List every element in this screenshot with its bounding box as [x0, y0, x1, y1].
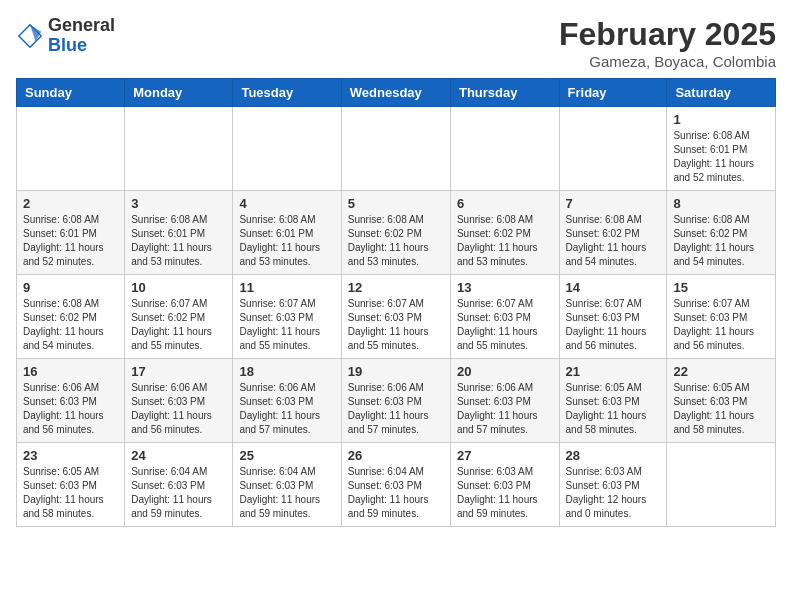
calendar-cell — [559, 107, 667, 191]
day-number: 17 — [131, 364, 226, 379]
day-number: 3 — [131, 196, 226, 211]
day-number: 23 — [23, 448, 118, 463]
day-number: 11 — [239, 280, 334, 295]
day-number: 25 — [239, 448, 334, 463]
calendar-cell: 22Sunrise: 6:05 AM Sunset: 6:03 PM Dayli… — [667, 359, 776, 443]
day-number: 6 — [457, 196, 553, 211]
calendar-cell: 23Sunrise: 6:05 AM Sunset: 6:03 PM Dayli… — [17, 443, 125, 527]
day-info: Sunrise: 6:08 AM Sunset: 6:02 PM Dayligh… — [673, 213, 769, 269]
calendar-cell: 9Sunrise: 6:08 AM Sunset: 6:02 PM Daylig… — [17, 275, 125, 359]
day-number: 13 — [457, 280, 553, 295]
day-info: Sunrise: 6:04 AM Sunset: 6:03 PM Dayligh… — [348, 465, 444, 521]
day-info: Sunrise: 6:06 AM Sunset: 6:03 PM Dayligh… — [131, 381, 226, 437]
day-number: 28 — [566, 448, 661, 463]
day-number: 4 — [239, 196, 334, 211]
calendar-cell: 19Sunrise: 6:06 AM Sunset: 6:03 PM Dayli… — [341, 359, 450, 443]
day-info: Sunrise: 6:05 AM Sunset: 6:03 PM Dayligh… — [23, 465, 118, 521]
day-number: 7 — [566, 196, 661, 211]
day-number: 19 — [348, 364, 444, 379]
logo-blue: Blue — [48, 35, 87, 55]
day-info: Sunrise: 6:03 AM Sunset: 6:03 PM Dayligh… — [457, 465, 553, 521]
day-info: Sunrise: 6:05 AM Sunset: 6:03 PM Dayligh… — [673, 381, 769, 437]
day-info: Sunrise: 6:08 AM Sunset: 6:02 PM Dayligh… — [457, 213, 553, 269]
calendar-cell: 21Sunrise: 6:05 AM Sunset: 6:03 PM Dayli… — [559, 359, 667, 443]
day-info: Sunrise: 6:07 AM Sunset: 6:03 PM Dayligh… — [673, 297, 769, 353]
weekday-header: Tuesday — [233, 79, 341, 107]
calendar-cell: 10Sunrise: 6:07 AM Sunset: 6:02 PM Dayli… — [125, 275, 233, 359]
day-number: 8 — [673, 196, 769, 211]
calendar-week-row: 23Sunrise: 6:05 AM Sunset: 6:03 PM Dayli… — [17, 443, 776, 527]
day-number: 14 — [566, 280, 661, 295]
weekday-header: Thursday — [450, 79, 559, 107]
calendar-week-row: 16Sunrise: 6:06 AM Sunset: 6:03 PM Dayli… — [17, 359, 776, 443]
svg-marker-1 — [30, 25, 41, 42]
month-year: February 2025 — [559, 16, 776, 53]
day-number: 5 — [348, 196, 444, 211]
day-number: 20 — [457, 364, 553, 379]
day-number: 18 — [239, 364, 334, 379]
day-info: Sunrise: 6:06 AM Sunset: 6:03 PM Dayligh… — [457, 381, 553, 437]
calendar-cell: 12Sunrise: 6:07 AM Sunset: 6:03 PM Dayli… — [341, 275, 450, 359]
calendar-cell: 15Sunrise: 6:07 AM Sunset: 6:03 PM Dayli… — [667, 275, 776, 359]
day-info: Sunrise: 6:07 AM Sunset: 6:03 PM Dayligh… — [457, 297, 553, 353]
day-info: Sunrise: 6:07 AM Sunset: 6:03 PM Dayligh… — [348, 297, 444, 353]
day-number: 16 — [23, 364, 118, 379]
day-info: Sunrise: 6:04 AM Sunset: 6:03 PM Dayligh… — [239, 465, 334, 521]
calendar-cell — [125, 107, 233, 191]
calendar-cell: 16Sunrise: 6:06 AM Sunset: 6:03 PM Dayli… — [17, 359, 125, 443]
page-header: General Blue February 2025 Gameza, Boyac… — [16, 16, 776, 70]
day-info: Sunrise: 6:07 AM Sunset: 6:02 PM Dayligh… — [131, 297, 226, 353]
weekday-header: Sunday — [17, 79, 125, 107]
calendar-cell: 26Sunrise: 6:04 AM Sunset: 6:03 PM Dayli… — [341, 443, 450, 527]
weekday-header: Saturday — [667, 79, 776, 107]
calendar-cell: 13Sunrise: 6:07 AM Sunset: 6:03 PM Dayli… — [450, 275, 559, 359]
calendar-week-row: 1Sunrise: 6:08 AM Sunset: 6:01 PM Daylig… — [17, 107, 776, 191]
calendar-cell: 1Sunrise: 6:08 AM Sunset: 6:01 PM Daylig… — [667, 107, 776, 191]
calendar-cell — [667, 443, 776, 527]
day-info: Sunrise: 6:08 AM Sunset: 6:01 PM Dayligh… — [131, 213, 226, 269]
day-number: 21 — [566, 364, 661, 379]
day-number: 27 — [457, 448, 553, 463]
day-number: 9 — [23, 280, 118, 295]
day-number: 2 — [23, 196, 118, 211]
day-info: Sunrise: 6:08 AM Sunset: 6:02 PM Dayligh… — [566, 213, 661, 269]
day-number: 22 — [673, 364, 769, 379]
weekday-header: Friday — [559, 79, 667, 107]
logo-general: General — [48, 15, 115, 35]
calendar-cell — [450, 107, 559, 191]
day-number: 10 — [131, 280, 226, 295]
calendar-cell: 5Sunrise: 6:08 AM Sunset: 6:02 PM Daylig… — [341, 191, 450, 275]
logo-icon — [16, 22, 44, 50]
calendar-cell — [341, 107, 450, 191]
calendar-cell: 6Sunrise: 6:08 AM Sunset: 6:02 PM Daylig… — [450, 191, 559, 275]
calendar-cell: 18Sunrise: 6:06 AM Sunset: 6:03 PM Dayli… — [233, 359, 341, 443]
calendar-cell: 8Sunrise: 6:08 AM Sunset: 6:02 PM Daylig… — [667, 191, 776, 275]
day-info: Sunrise: 6:04 AM Sunset: 6:03 PM Dayligh… — [131, 465, 226, 521]
title-block: February 2025 Gameza, Boyaca, Colombia — [559, 16, 776, 70]
day-number: 12 — [348, 280, 444, 295]
day-info: Sunrise: 6:05 AM Sunset: 6:03 PM Dayligh… — [566, 381, 661, 437]
calendar-header-row: SundayMondayTuesdayWednesdayThursdayFrid… — [17, 79, 776, 107]
calendar-cell: 27Sunrise: 6:03 AM Sunset: 6:03 PM Dayli… — [450, 443, 559, 527]
calendar-week-row: 9Sunrise: 6:08 AM Sunset: 6:02 PM Daylig… — [17, 275, 776, 359]
calendar-cell: 28Sunrise: 6:03 AM Sunset: 6:03 PM Dayli… — [559, 443, 667, 527]
calendar-cell: 11Sunrise: 6:07 AM Sunset: 6:03 PM Dayli… — [233, 275, 341, 359]
day-info: Sunrise: 6:08 AM Sunset: 6:01 PM Dayligh… — [239, 213, 334, 269]
day-info: Sunrise: 6:07 AM Sunset: 6:03 PM Dayligh… — [239, 297, 334, 353]
day-number: 1 — [673, 112, 769, 127]
calendar-week-row: 2Sunrise: 6:08 AM Sunset: 6:01 PM Daylig… — [17, 191, 776, 275]
day-info: Sunrise: 6:08 AM Sunset: 6:02 PM Dayligh… — [23, 297, 118, 353]
weekday-header: Wednesday — [341, 79, 450, 107]
calendar-cell: 14Sunrise: 6:07 AM Sunset: 6:03 PM Dayli… — [559, 275, 667, 359]
calendar-cell: 4Sunrise: 6:08 AM Sunset: 6:01 PM Daylig… — [233, 191, 341, 275]
day-info: Sunrise: 6:08 AM Sunset: 6:02 PM Dayligh… — [348, 213, 444, 269]
logo: General Blue — [16, 16, 115, 56]
calendar-cell — [233, 107, 341, 191]
calendar-cell — [17, 107, 125, 191]
calendar-cell: 2Sunrise: 6:08 AM Sunset: 6:01 PM Daylig… — [17, 191, 125, 275]
day-info: Sunrise: 6:06 AM Sunset: 6:03 PM Dayligh… — [23, 381, 118, 437]
weekday-header: Monday — [125, 79, 233, 107]
day-info: Sunrise: 6:08 AM Sunset: 6:01 PM Dayligh… — [23, 213, 118, 269]
calendar-cell: 17Sunrise: 6:06 AM Sunset: 6:03 PM Dayli… — [125, 359, 233, 443]
calendar-cell: 7Sunrise: 6:08 AM Sunset: 6:02 PM Daylig… — [559, 191, 667, 275]
